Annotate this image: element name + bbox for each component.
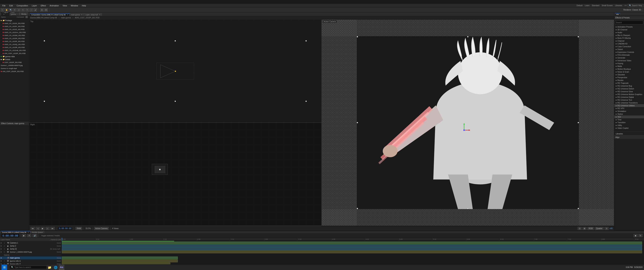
effects-cat-rg-universe-digital[interactable]: ▶ RG Universe Digital (614, 96, 644, 99)
tab-render-queue[interactable]: Render Queue (30, 231, 44, 233)
viewport-top[interactable]: Top (29, 20, 322, 123)
effects-cat-perspective[interactable]: ▶ Perspective (614, 76, 644, 79)
workspace-learn[interactable]: Learn (584, 4, 591, 7)
layer-row-7[interactable]: ▶ 7 🎞 [gunna rella 1] None (0, 259, 62, 262)
effects-cat-channel[interactable]: ▶ Channel (614, 40, 644, 42)
btn-goto-end[interactable]: ⏭ (50, 227, 55, 230)
main-handle-br[interactable] (578, 208, 579, 209)
tool-shape[interactable]: □ (30, 8, 33, 12)
tl-btn-play[interactable]: ▶ (22, 234, 26, 237)
menu-effect[interactable]: Effect (40, 4, 46, 7)
effects-cat-video-copilot[interactable]: ▶ Video Copilot (614, 127, 644, 129)
effects-cat-rg-universe-distort[interactable]: ▶ RG Universe Distort (614, 87, 644, 90)
layer-row-main-gunna[interactable]: ▶ 🎬 main gunna None (0, 256, 62, 259)
search-help-btn[interactable]: 🔍 Search Help (628, 4, 643, 7)
btn-quality[interactable]: Quarter (595, 227, 604, 230)
effects-cat-immersive[interactable]: ▶ Immersive Video (614, 59, 644, 62)
tool-brush[interactable]: 🖌 (34, 8, 37, 12)
effects-cat-render[interactable]: ▶ Render (614, 79, 644, 82)
search-bar[interactable]: 🔍 Type here to search (9, 265, 47, 269)
menu-edit[interactable]: Edit (8, 4, 14, 7)
time-display[interactable]: 0:00:00:00 (58, 227, 72, 230)
tool-zoom[interactable]: 🔍 (9, 8, 12, 12)
menu-window[interactable]: Window (70, 4, 79, 7)
main-handle-tm[interactable] (467, 36, 468, 37)
transform-handle-br[interactable] (306, 101, 307, 102)
workspace-standard[interactable]: Standard (591, 4, 600, 7)
effects-cat-utility[interactable]: ▶ Utility (614, 124, 644, 127)
transform-handle-tm[interactable] (175, 40, 176, 41)
menu-layer[interactable]: Layer (31, 4, 38, 7)
taskbar-chrome[interactable]: 🌐 (53, 264, 58, 270)
effects-cat-3dchannel[interactable]: ▶ 3D Channel (614, 28, 644, 31)
project-file-13[interactable]: A04_C037_0310P_001.R3D (0, 70, 29, 73)
project-file-12[interactable]: C037_0310P_001.R3D (0, 61, 29, 64)
layer-row-gunna-jpg[interactable]: ▶ 5 🎞 Gunna 1_100000-000075.jpg None (0, 250, 62, 253)
menu-file[interactable]: File (2, 4, 6, 7)
effects-cat-audio[interactable]: ▶ Audio (614, 31, 644, 34)
taskbar-explorer[interactable]: 📁 (47, 264, 52, 270)
tool-hand[interactable]: ✋ (5, 8, 8, 12)
project-file-11[interactable]: A04_C037_1010P_001.R3D (0, 52, 29, 55)
workspace-default[interactable]: Default (576, 4, 584, 7)
menu-composition[interactable]: Composition (16, 4, 29, 7)
main-handle-tl[interactable] (357, 36, 358, 37)
tab-layer-jump[interactable]: Layer: Jump null ✕ (84, 14, 102, 16)
viewport-main[interactable]: Active Camera (322, 20, 614, 226)
tool-3d[interactable]: 3D (44, 8, 48, 12)
effects-cat-stylize[interactable]: ▶ Stylize (614, 113, 644, 115)
breadcrumb-comp[interactable]: Gunna (MBLYA Linked Comp 06 (30, 17, 57, 19)
layer-row-jump2[interactable]: ▶ 2 ◉ Jump 2 None (0, 244, 62, 247)
project-file-5[interactable]: A043_C0_1010M_001.R3D (0, 34, 29, 37)
effects-cat-noise[interactable]: ▶ Noise & Grain (614, 70, 644, 73)
effects-cat-time[interactable]: ▶ Time (614, 118, 644, 121)
taskbar-ae[interactable]: Ae (59, 264, 64, 270)
effects-cat-matte[interactable]: ▶ Matte (614, 65, 644, 68)
effects-cat-blur[interactable]: ▶ Blur & Sharpen (614, 34, 644, 37)
project-file-6[interactable]: A043_C0_1010N_001.R3D (0, 37, 29, 40)
tool-camera-orbit[interactable]: ⊙ (17, 8, 20, 12)
btn-goto-start[interactable]: ⏮ (30, 227, 35, 230)
tab-media[interactable]: Media (20, 13, 28, 16)
start-menu[interactable]: ⊞ (2, 264, 7, 270)
project-file-4[interactable]: A043_C0_1010AA_001.R3D (0, 31, 29, 34)
tab-info[interactable]: Info (615, 13, 620, 16)
tool-select[interactable]: ↖ (1, 8, 4, 12)
tab-comp-gunna[interactable]: Composition: Gunna (MBLYA Linked Comp 06… (30, 14, 70, 16)
effects-cat-rg-universe-text[interactable]: ▶ RG Universe Text (614, 99, 644, 101)
tool-text[interactable]: T (26, 8, 29, 12)
transform-handle-tr[interactable] (306, 40, 307, 41)
effects-cat-rg-universe-glow[interactable]: ▶ RG Universe Glow (614, 90, 644, 93)
btn-channels[interactable]: RGB (587, 227, 594, 230)
project-file-3[interactable]: A043_C0_1010Z_001.R3D (0, 28, 29, 31)
project-folder-footage[interactable]: ▶ 📁 Footage (0, 19, 29, 22)
track-jump2b[interactable] (62, 247, 642, 250)
timeline-time[interactable]: 0:00:00:00 (1, 234, 20, 238)
workspace-small-screen[interactable]: Small Screen (601, 4, 614, 7)
transform-handle-tl[interactable] (44, 40, 45, 41)
effects-cat-text[interactable]: ▶ Text (614, 115, 644, 118)
effects-cat-distort[interactable]: ▶ Distort (614, 48, 644, 51)
effects-cat-color[interactable]: ▶ Color Correction (614, 45, 644, 48)
effects-cat-simulation[interactable]: ▶ Simulation (614, 110, 644, 113)
btn-view-mode[interactable]: Active Camera (94, 227, 109, 230)
project-file-2[interactable]: A043_C0_1010Y_001.R3D (0, 25, 29, 28)
tl-btn-mute[interactable]: 🔊 (32, 234, 37, 237)
effects-cat-fill[interactable]: ▶ Fill & Eliminate (614, 54, 644, 56)
btn-safe-zones[interactable]: ⊡ (578, 227, 582, 230)
tab-main-gunna[interactable]: main gunna ✕ (70, 14, 84, 16)
effects-cat-rg-universe-utilities[interactable]: ▶ RG Universe Utilities (614, 104, 644, 107)
transform-handle-bm[interactable] (175, 101, 176, 102)
tl-btn-loop[interactable]: ↺ (27, 234, 31, 237)
effects-cat-obsolete[interactable]: ▶ Obsolete (614, 73, 644, 76)
transform-handle-bl[interactable] (44, 101, 45, 102)
project-file-gunna-jpg[interactable]: Gunna 1_100000-000075.jpg (0, 64, 29, 67)
effects-search-input[interactable] (615, 21, 643, 24)
effects-cat-cinema4d[interactable]: ▶ CINEMA 4D (614, 42, 644, 45)
project-file-9[interactable]: A043_C0_1010R_001.R3D (0, 46, 29, 49)
main-handle-bl[interactable] (357, 208, 358, 209)
btn-play[interactable]: ▶ (40, 227, 45, 230)
tl-btn-expressions[interactable]: fx (638, 234, 642, 237)
workspace-libraries[interactable]: Libraries (614, 4, 623, 7)
track-layer7[interactable] (62, 259, 178, 262)
